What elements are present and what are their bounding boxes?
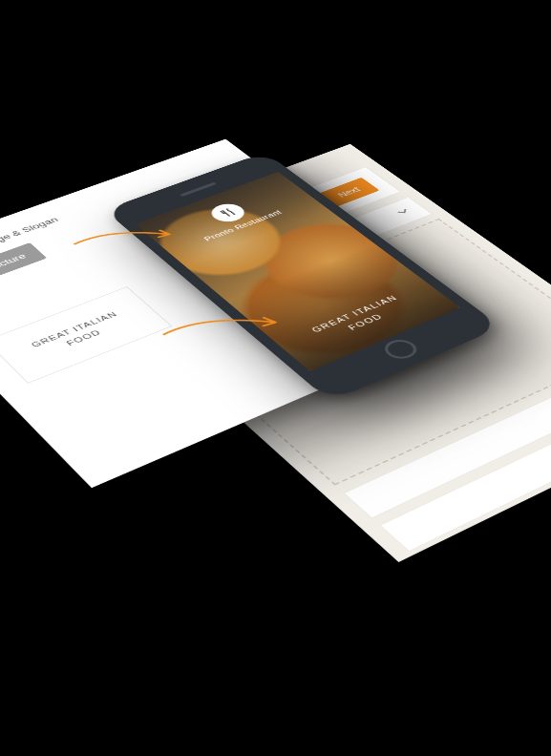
change-picture-button[interactable]: Change picture [0, 242, 47, 297]
slogan-input[interactable]: GREAT ITALIAN FOOD [0, 286, 172, 384]
restaurant-brand: Pronto Restaurant [145, 179, 317, 256]
phone-slogan: GREAT ITALIAN FOOD [273, 280, 443, 358]
restaurant-name: Pronto Restaurant [166, 196, 317, 256]
slogan-line: GREAT ITALIAN [273, 280, 433, 349]
slogan-line: FOOD [284, 287, 443, 358]
phone-speaker [179, 182, 216, 197]
phone-home-button [377, 336, 421, 362]
chevron-down-icon [393, 207, 413, 218]
